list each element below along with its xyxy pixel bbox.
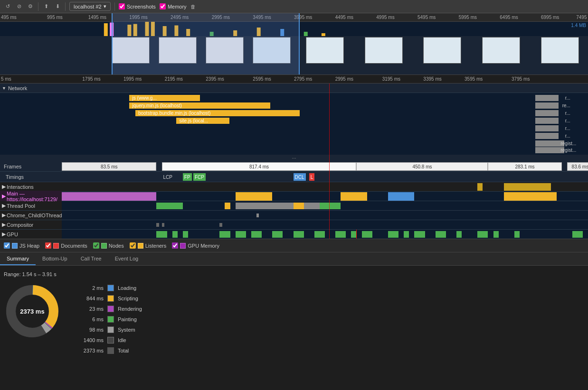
range-label: Range: 1.54 s – 3.91 s (0, 269, 588, 279)
main-bar-2 (504, 192, 557, 201)
fc-tick-3795: 3795 ms (512, 76, 530, 82)
network-bar-r5 (535, 133, 559, 139)
network-label-regist2: regist... (560, 148, 576, 153)
legend-documents[interactable]: Documents (45, 242, 87, 249)
painting-label: Painting (118, 316, 137, 322)
legend-jsheap[interactable]: JS Heap (4, 242, 39, 249)
nodes-checkbox[interactable] (93, 242, 99, 249)
listeners-label: Listeners (145, 243, 167, 249)
upload-icon[interactable]: ⬆ (42, 3, 50, 10)
fc-tick-2195: 2195 ms (165, 76, 183, 82)
documents-label: Documents (61, 243, 87, 249)
main-expand-icon[interactable]: ▶ (2, 193, 6, 199)
gpu-bar-g21 (514, 231, 520, 238)
listeners-checkbox[interactable] (130, 242, 136, 249)
network-bar-re1 (535, 102, 559, 109)
loading-label: Loading (118, 285, 136, 291)
gpu-bar-g8 (294, 231, 304, 238)
tab-event-log[interactable]: Event Log (108, 252, 145, 265)
download-icon[interactable]: ⬇ (54, 3, 61, 10)
system-color (107, 326, 114, 333)
memory-legend: JS Heap Documents Nodes Listeners GPU Me… (0, 239, 588, 252)
idle-color (107, 337, 114, 344)
gpu-expand-icon[interactable]: ▶ (2, 231, 6, 237)
main-label[interactable]: ▶ Main — https://localhost:7129/ (0, 191, 62, 202)
nodes-color (101, 243, 107, 249)
tick-995: 995 ms (47, 15, 63, 20)
network-bar-regist1 (535, 140, 565, 147)
network-label-js: js (www.g... (133, 95, 157, 101)
legend-gpumem[interactable]: GPU Memory (172, 242, 219, 249)
screenshots-input[interactable] (119, 3, 125, 9)
tab-bottom-up[interactable]: Bottom-Up (36, 252, 74, 265)
overview-selection[interactable] (112, 13, 300, 74)
refresh-icon[interactable]: ↺ (4, 3, 11, 10)
network-section-header[interactable]: ▼ Network (0, 84, 588, 93)
timing-lcp: LCP (162, 173, 174, 181)
fc-tick-1795: 1795 ms (82, 76, 100, 82)
jsheap-label: JS Heap (19, 243, 39, 249)
trash-icon[interactable]: 🗑 (190, 4, 196, 9)
jsheap-color (12, 243, 18, 249)
device-dropdown[interactable]: localhost #2 ▾ (69, 2, 111, 11)
interaction-block-1 (477, 183, 483, 191)
summary-content: 2373 ms 2 ms Loading 844 ms Scripting 23… (0, 279, 588, 360)
tab-call-tree[interactable]: Call Tree (74, 252, 108, 265)
screenshots-checkbox[interactable]: Screenshots (119, 3, 156, 9)
network-label-r5: r... (565, 133, 570, 139)
gpu-bar-g9 (314, 231, 325, 238)
gpu-bar-g1 (156, 231, 167, 238)
gpu-bar-g2 (172, 231, 178, 238)
legend-listeners[interactable]: Listeners (130, 242, 167, 249)
legend-nodes[interactable]: Nodes (93, 242, 124, 249)
vline-red-fc (329, 84, 330, 239)
tp-green-1 (156, 203, 182, 209)
network-content: js (www.g... r... jquery.min.js (localho… (0, 93, 588, 155)
tab-summary[interactable]: Summary (0, 252, 36, 265)
compositor-label[interactable]: ▶ Compositor (0, 222, 62, 228)
timing-dcl: DCL (294, 173, 306, 181)
stop-icon[interactable]: ⊘ (15, 3, 23, 10)
painting-ms: 6 ms (75, 316, 104, 322)
fc-tick-3595: 3595 ms (465, 76, 483, 82)
timings-label: Timings (0, 174, 62, 180)
idle-ms: 1400 ms (75, 337, 104, 343)
threadpool-expand-icon[interactable]: ▶ (2, 203, 6, 209)
fc-tick-3195: 3195 ms (382, 76, 400, 82)
chevron-down-icon: ▾ (104, 3, 106, 9)
network-bar-r3 (535, 118, 559, 124)
network-bar-regist2 (535, 147, 565, 153)
gpumem-checkbox[interactable] (172, 242, 178, 249)
total-ms: 2373 ms (75, 348, 104, 353)
childio-expand-icon[interactable]: ▶ (2, 212, 6, 218)
memory-max-label: 1.4 MB (571, 23, 586, 28)
documents-checkbox[interactable] (45, 242, 51, 249)
tick-4995: 4995 ms (376, 15, 394, 20)
network-label: Network (8, 85, 27, 91)
main-yellow-2 (341, 192, 367, 201)
threadpool-label[interactable]: ▶ Thread Pool (0, 203, 62, 209)
main-bar-1 (62, 192, 156, 201)
tick-6495: 6495 ms (500, 15, 518, 20)
gpu-bar-g3 (183, 231, 188, 238)
scripting-label: Scripting (118, 296, 138, 301)
settings-icon[interactable]: ⚙ (27, 3, 34, 10)
tick-1495: 1495 ms (88, 15, 106, 20)
childio-label[interactable]: ▶ Chrome_ChildIOThread (0, 212, 62, 218)
interactions-label[interactable]: ▶ Interactions (0, 184, 62, 190)
tick-6995: 6995 ms (541, 15, 559, 20)
timing-l: L (309, 173, 315, 181)
interactions-row: ▶ Interactions (0, 182, 588, 192)
jsheap-checkbox[interactable] (4, 242, 10, 249)
memory-checkbox[interactable]: Memory (160, 3, 187, 9)
interactions-expand-icon[interactable]: ▶ (2, 184, 6, 190)
gpu-bar-g13 (388, 231, 398, 238)
stat-row-rendering: 23 ms Rendering (75, 304, 584, 314)
gpu-bar-g7 (272, 231, 283, 238)
compositor-expand-icon[interactable]: ▶ (2, 222, 6, 228)
gpu-label[interactable]: ▶ GPU (0, 231, 62, 237)
fc-tick-3395: 3395 ms (423, 76, 441, 82)
network-label-re1: re... (562, 103, 570, 108)
memory-input[interactable] (160, 3, 166, 9)
gpu-content (62, 230, 588, 239)
